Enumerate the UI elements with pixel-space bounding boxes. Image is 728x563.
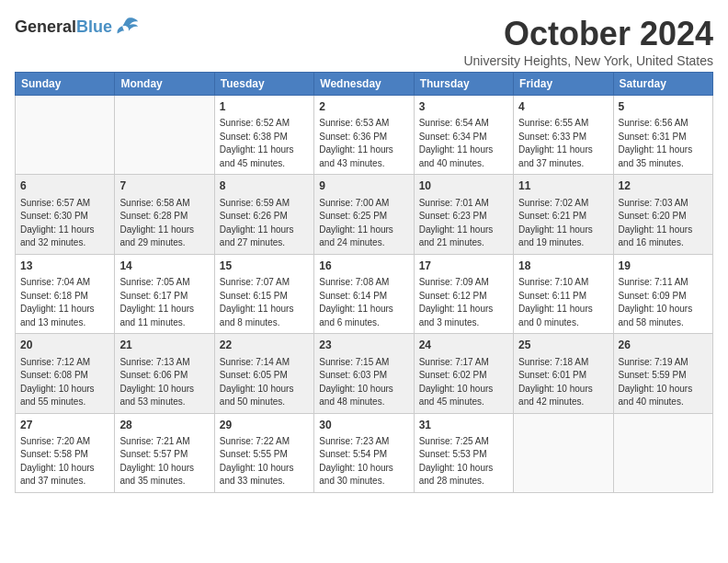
calendar-cell: 8Sunrise: 6:59 AM Sunset: 6:26 PM Daylig… bbox=[214, 175, 313, 254]
day-info: Sunrise: 7:19 AM Sunset: 5:59 PM Dayligh… bbox=[619, 356, 708, 409]
weekday-header-row: SundayMondayTuesdayWednesdayThursdayFrid… bbox=[16, 73, 713, 96]
calendar-week-row: 20Sunrise: 7:12 AM Sunset: 6:08 PM Dayli… bbox=[16, 334, 713, 413]
calendar-cell: 20Sunrise: 7:12 AM Sunset: 6:08 PM Dayli… bbox=[16, 334, 115, 413]
day-info: Sunrise: 7:07 AM Sunset: 6:15 PM Dayligh… bbox=[220, 276, 309, 329]
day-number: 28 bbox=[119, 418, 209, 433]
calendar-cell: 25Sunrise: 7:18 AM Sunset: 6:01 PM Dayli… bbox=[514, 334, 613, 413]
day-number: 1 bbox=[220, 99, 309, 115]
day-number: 4 bbox=[518, 99, 608, 115]
day-number: 22 bbox=[220, 338, 309, 353]
weekday-header: Tuesday bbox=[214, 73, 313, 96]
day-number: 6 bbox=[20, 178, 109, 194]
calendar-cell: 31Sunrise: 7:25 AM Sunset: 5:53 PM Dayli… bbox=[414, 413, 513, 492]
calendar-cell bbox=[613, 413, 712, 492]
day-number: 12 bbox=[619, 178, 708, 194]
calendar-cell: 4Sunrise: 6:55 AM Sunset: 6:33 PM Daylig… bbox=[514, 96, 613, 175]
day-number: 30 bbox=[319, 418, 408, 433]
day-info: Sunrise: 7:13 AM Sunset: 6:06 PM Dayligh… bbox=[119, 356, 209, 409]
calendar-cell: 17Sunrise: 7:09 AM Sunset: 6:12 PM Dayli… bbox=[414, 254, 513, 333]
day-number: 18 bbox=[518, 259, 608, 274]
logo: GeneralBlue bbox=[15, 15, 140, 40]
day-info: Sunrise: 7:03 AM Sunset: 6:20 PM Dayligh… bbox=[619, 197, 708, 250]
day-info: Sunrise: 7:21 AM Sunset: 5:57 PM Dayligh… bbox=[119, 435, 209, 488]
day-number: 23 bbox=[319, 338, 408, 353]
day-info: Sunrise: 6:52 AM Sunset: 6:38 PM Dayligh… bbox=[220, 117, 309, 170]
day-number: 14 bbox=[119, 259, 209, 274]
weekday-header: Monday bbox=[115, 73, 214, 96]
day-info: Sunrise: 7:02 AM Sunset: 6:21 PM Dayligh… bbox=[518, 197, 608, 250]
day-info: Sunrise: 6:53 AM Sunset: 6:36 PM Dayligh… bbox=[319, 117, 408, 170]
day-info: Sunrise: 6:54 AM Sunset: 6:34 PM Dayligh… bbox=[419, 117, 508, 170]
calendar-cell: 10Sunrise: 7:01 AM Sunset: 6:23 PM Dayli… bbox=[414, 175, 513, 254]
calendar-cell: 26Sunrise: 7:19 AM Sunset: 5:59 PM Dayli… bbox=[613, 334, 712, 413]
calendar-cell: 13Sunrise: 7:04 AM Sunset: 6:18 PM Dayli… bbox=[16, 254, 115, 333]
day-number: 19 bbox=[619, 259, 708, 274]
day-info: Sunrise: 6:55 AM Sunset: 6:33 PM Dayligh… bbox=[518, 117, 608, 170]
day-info: Sunrise: 7:11 AM Sunset: 6:09 PM Dayligh… bbox=[619, 276, 708, 329]
weekday-header: Saturday bbox=[613, 73, 712, 96]
day-info: Sunrise: 7:01 AM Sunset: 6:23 PM Dayligh… bbox=[419, 197, 508, 250]
calendar-cell: 24Sunrise: 7:17 AM Sunset: 6:02 PM Dayli… bbox=[414, 334, 513, 413]
day-info: Sunrise: 7:23 AM Sunset: 5:54 PM Dayligh… bbox=[319, 435, 408, 488]
logo-text: GeneralBlue bbox=[15, 18, 112, 37]
calendar-cell: 14Sunrise: 7:05 AM Sunset: 6:17 PM Dayli… bbox=[115, 254, 214, 333]
day-info: Sunrise: 6:56 AM Sunset: 6:31 PM Dayligh… bbox=[619, 117, 708, 170]
calendar-cell bbox=[16, 96, 115, 175]
calendar-cell: 29Sunrise: 7:22 AM Sunset: 5:55 PM Dayli… bbox=[214, 413, 313, 492]
calendar-cell: 18Sunrise: 7:10 AM Sunset: 6:11 PM Dayli… bbox=[514, 254, 613, 333]
calendar-cell: 15Sunrise: 7:07 AM Sunset: 6:15 PM Dayli… bbox=[214, 254, 313, 333]
calendar-cell: 30Sunrise: 7:23 AM Sunset: 5:54 PM Dayli… bbox=[314, 413, 414, 492]
title-area: October 2024 University Heights, New Yor… bbox=[463, 15, 713, 68]
day-number: 27 bbox=[20, 418, 109, 433]
calendar-cell: 11Sunrise: 7:02 AM Sunset: 6:21 PM Dayli… bbox=[514, 175, 613, 254]
day-number: 2 bbox=[319, 99, 408, 115]
day-number: 9 bbox=[319, 178, 408, 194]
logo-icon bbox=[114, 15, 140, 40]
calendar-cell bbox=[514, 413, 613, 492]
weekday-header: Wednesday bbox=[314, 73, 414, 96]
day-info: Sunrise: 7:25 AM Sunset: 5:53 PM Dayligh… bbox=[419, 435, 508, 488]
day-info: Sunrise: 7:22 AM Sunset: 5:55 PM Dayligh… bbox=[220, 435, 309, 488]
day-number: 5 bbox=[619, 99, 708, 115]
day-info: Sunrise: 7:10 AM Sunset: 6:11 PM Dayligh… bbox=[518, 276, 608, 329]
page-header: GeneralBlue October 2024 University Heig… bbox=[15, 15, 713, 68]
calendar-cell: 28Sunrise: 7:21 AM Sunset: 5:57 PM Dayli… bbox=[115, 413, 214, 492]
weekday-header: Sunday bbox=[16, 73, 115, 96]
day-info: Sunrise: 6:57 AM Sunset: 6:30 PM Dayligh… bbox=[20, 197, 109, 250]
day-number: 20 bbox=[20, 338, 109, 353]
day-number: 31 bbox=[419, 418, 508, 433]
calendar-week-row: 27Sunrise: 7:20 AM Sunset: 5:58 PM Dayli… bbox=[16, 413, 713, 492]
calendar-cell: 12Sunrise: 7:03 AM Sunset: 6:20 PM Dayli… bbox=[613, 175, 712, 254]
day-info: Sunrise: 7:00 AM Sunset: 6:25 PM Dayligh… bbox=[319, 197, 408, 250]
calendar-cell: 5Sunrise: 6:56 AM Sunset: 6:31 PM Daylig… bbox=[613, 96, 712, 175]
day-info: Sunrise: 7:20 AM Sunset: 5:58 PM Dayligh… bbox=[20, 435, 109, 488]
calendar-week-row: 13Sunrise: 7:04 AM Sunset: 6:18 PM Dayli… bbox=[16, 254, 713, 333]
day-number: 15 bbox=[220, 259, 309, 274]
day-info: Sunrise: 6:58 AM Sunset: 6:28 PM Dayligh… bbox=[119, 197, 209, 250]
day-number: 24 bbox=[419, 338, 508, 353]
calendar-cell: 22Sunrise: 7:14 AM Sunset: 6:05 PM Dayli… bbox=[214, 334, 313, 413]
calendar-cell bbox=[115, 96, 214, 175]
calendar-cell: 3Sunrise: 6:54 AM Sunset: 6:34 PM Daylig… bbox=[414, 96, 513, 175]
day-info: Sunrise: 7:15 AM Sunset: 6:03 PM Dayligh… bbox=[319, 356, 408, 409]
calendar-cell: 2Sunrise: 6:53 AM Sunset: 6:36 PM Daylig… bbox=[314, 96, 414, 175]
calendar-cell: 21Sunrise: 7:13 AM Sunset: 6:06 PM Dayli… bbox=[115, 334, 214, 413]
day-number: 26 bbox=[619, 338, 708, 353]
weekday-header: Thursday bbox=[414, 73, 513, 96]
day-number: 7 bbox=[119, 178, 209, 194]
calendar-cell: 9Sunrise: 7:00 AM Sunset: 6:25 PM Daylig… bbox=[314, 175, 414, 254]
day-info: Sunrise: 7:04 AM Sunset: 6:18 PM Dayligh… bbox=[20, 276, 109, 329]
day-number: 29 bbox=[220, 418, 309, 433]
day-info: Sunrise: 7:08 AM Sunset: 6:14 PM Dayligh… bbox=[319, 276, 408, 329]
day-number: 10 bbox=[419, 178, 508, 194]
day-info: Sunrise: 7:09 AM Sunset: 6:12 PM Dayligh… bbox=[419, 276, 508, 329]
calendar-cell: 19Sunrise: 7:11 AM Sunset: 6:09 PM Dayli… bbox=[613, 254, 712, 333]
calendar-cell: 1Sunrise: 6:52 AM Sunset: 6:38 PM Daylig… bbox=[214, 96, 313, 175]
calendar-cell: 27Sunrise: 7:20 AM Sunset: 5:58 PM Dayli… bbox=[16, 413, 115, 492]
day-number: 11 bbox=[518, 178, 608, 194]
day-info: Sunrise: 6:59 AM Sunset: 6:26 PM Dayligh… bbox=[220, 197, 309, 250]
day-info: Sunrise: 7:17 AM Sunset: 6:02 PM Dayligh… bbox=[419, 356, 508, 409]
calendar-table: SundayMondayTuesdayWednesdayThursdayFrid… bbox=[15, 72, 713, 493]
calendar-cell: 16Sunrise: 7:08 AM Sunset: 6:14 PM Dayli… bbox=[314, 254, 414, 333]
calendar-cell: 23Sunrise: 7:15 AM Sunset: 6:03 PM Dayli… bbox=[314, 334, 414, 413]
